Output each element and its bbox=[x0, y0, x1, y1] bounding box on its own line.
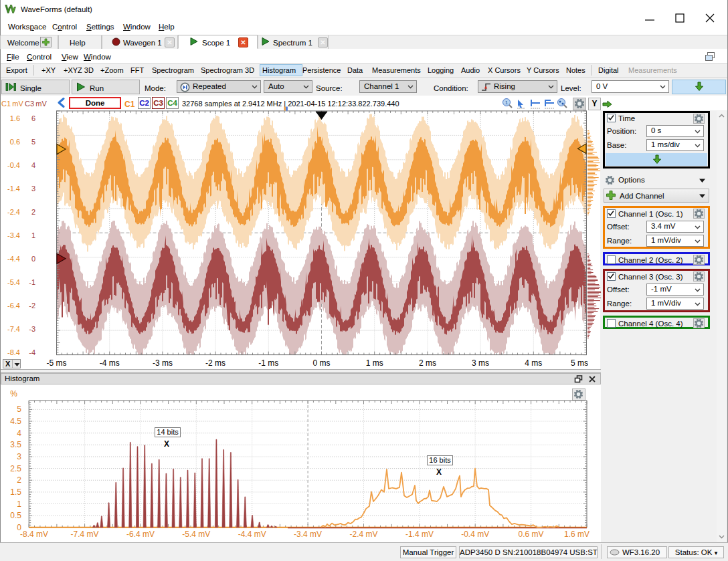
svg-text:2: 2 bbox=[17, 475, 21, 485]
svg-text:0 ms: 0 ms bbox=[312, 358, 330, 368]
svg-text:-6.4 mV: -6.4 mV bbox=[126, 530, 155, 539]
svg-text:5: 5 bbox=[31, 138, 35, 146]
svg-text:1.5: 1.5 bbox=[10, 487, 21, 497]
svg-text:4.5: 4.5 bbox=[10, 417, 21, 426]
svg-text:5 ms: 5 ms bbox=[571, 358, 588, 368]
svg-text:1: 1 bbox=[31, 231, 35, 239]
svg-text:-1 ms: -1 ms bbox=[258, 358, 278, 368]
svg-text:2.5: 2.5 bbox=[10, 464, 21, 473]
svg-text:2: 2 bbox=[31, 208, 35, 216]
svg-text:1.6 mV: 1.6 mV bbox=[564, 530, 589, 539]
svg-text:-5.4 mV: -5.4 mV bbox=[182, 530, 210, 539]
svg-text:-5.4: -5.4 bbox=[7, 278, 20, 286]
svg-text:-4.4 mV: -4.4 mV bbox=[238, 530, 266, 539]
svg-text:1.6: 1.6 bbox=[10, 114, 20, 122]
svg-text:3: 3 bbox=[31, 185, 35, 193]
svg-text:3 ms: 3 ms bbox=[472, 358, 489, 368]
svg-text:-2.4: -2.4 bbox=[7, 208, 20, 216]
svg-text:-2.4 mV: -2.4 mV bbox=[349, 530, 377, 539]
svg-text:-0.4 mV: -0.4 mV bbox=[461, 530, 489, 539]
svg-text:4 ms: 4 ms bbox=[525, 358, 542, 368]
svg-text:-3 ms: -3 ms bbox=[153, 358, 173, 368]
svg-text:-7.4 mV: -7.4 mV bbox=[71, 530, 99, 539]
svg-text:5: 5 bbox=[17, 405, 21, 414]
svg-text:-5 ms: -5 ms bbox=[47, 358, 67, 368]
svg-text:-3: -3 bbox=[29, 325, 35, 333]
svg-text:4: 4 bbox=[17, 429, 21, 438]
svg-text:-8.4 mV: -8.4 mV bbox=[20, 530, 48, 539]
svg-text:2 ms: 2 ms bbox=[419, 358, 436, 368]
svg-text:0.5: 0.5 bbox=[10, 511, 21, 520]
svg-text:-4 ms: -4 ms bbox=[100, 358, 120, 368]
svg-text:1: 1 bbox=[17, 499, 21, 509]
svg-text:-3.4 mV: -3.4 mV bbox=[294, 530, 322, 539]
svg-text:4: 4 bbox=[31, 161, 35, 169]
svg-text:0: 0 bbox=[31, 255, 35, 263]
svg-text:-4.4: -4.4 bbox=[7, 255, 20, 263]
svg-text:-2 ms: -2 ms bbox=[205, 358, 225, 368]
svg-text:-3.4: -3.4 bbox=[7, 231, 20, 239]
svg-text:-8.4: -8.4 bbox=[7, 348, 20, 356]
svg-text:1 ms: 1 ms bbox=[366, 358, 383, 368]
svg-text:-6.4: -6.4 bbox=[7, 302, 20, 310]
svg-text:6: 6 bbox=[31, 114, 35, 122]
svg-text:-1.4: -1.4 bbox=[7, 185, 20, 193]
svg-text:-1: -1 bbox=[29, 278, 35, 286]
svg-text:%: % bbox=[10, 389, 17, 399]
svg-text:0.6 mV: 0.6 mV bbox=[519, 530, 544, 539]
svg-text:3.5: 3.5 bbox=[10, 440, 21, 449]
svg-text:-7.4: -7.4 bbox=[7, 325, 20, 333]
svg-text:-4: -4 bbox=[29, 348, 35, 356]
svg-text:0.6: 0.6 bbox=[10, 138, 20, 146]
svg-text:-1.4 mV: -1.4 mV bbox=[405, 530, 434, 539]
svg-text:-0.4: -0.4 bbox=[7, 161, 20, 169]
svg-text:-2: -2 bbox=[29, 302, 35, 310]
svg-text:3: 3 bbox=[17, 452, 21, 461]
